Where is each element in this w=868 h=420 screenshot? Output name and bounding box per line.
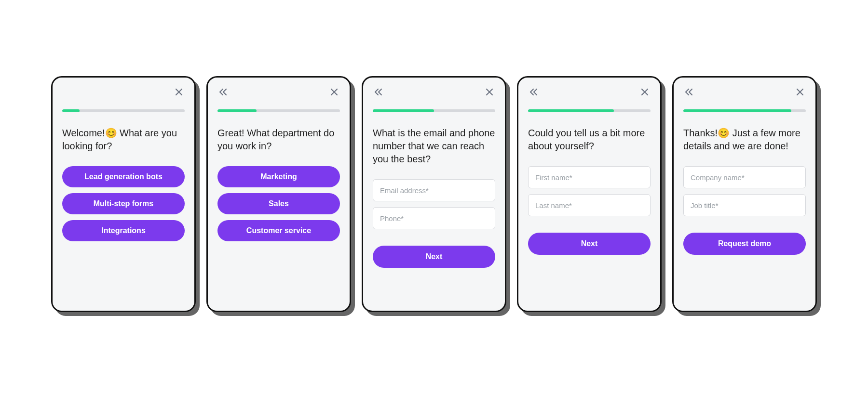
progress-bar [217, 109, 340, 112]
progress-fill [528, 109, 614, 112]
progress-bar [683, 109, 806, 112]
first-name-field[interactable] [528, 166, 651, 188]
back-button[interactable] [528, 86, 540, 98]
back-button[interactable] [683, 86, 695, 98]
close-icon [175, 88, 183, 96]
company-name-field[interactable] [683, 166, 806, 188]
progress-bar [62, 109, 185, 112]
option-multi-step-forms[interactable]: Multi-step forms [62, 193, 185, 214]
progress-fill [683, 109, 791, 112]
progress-bar [373, 109, 495, 112]
form-fields [373, 179, 495, 229]
step-prompt: What is the email and phone number that … [373, 127, 495, 166]
close-icon [486, 88, 493, 96]
topbar-spacer [62, 86, 74, 98]
progress-fill [217, 109, 257, 112]
progress-bar [528, 109, 651, 112]
option-list: Marketing Sales Customer service [217, 166, 340, 241]
chevron-double-left-icon [684, 88, 694, 96]
chevron-double-left-icon [218, 88, 228, 96]
back-button[interactable] [217, 86, 229, 98]
card-topbar [373, 86, 495, 98]
option-sales[interactable]: Sales [217, 193, 340, 214]
wizard-step-5: Thanks!😊 Just a few more details and we … [672, 76, 817, 312]
job-title-field[interactable] [683, 194, 806, 216]
step-prompt: Could you tell us a bit more about yours… [528, 127, 651, 153]
chevron-double-left-icon [529, 88, 539, 96]
form-fields [683, 166, 806, 216]
step-prompt: Thanks!😊 Just a few more details and we … [683, 127, 806, 153]
close-icon [796, 88, 804, 96]
wizard-step-4: Could you tell us a bit more about yours… [517, 76, 662, 312]
progress-fill [62, 109, 80, 112]
option-marketing[interactable]: Marketing [217, 166, 340, 187]
option-customer-service[interactable]: Customer service [217, 220, 340, 241]
close-button[interactable] [484, 86, 495, 98]
phone-field[interactable] [373, 207, 495, 229]
last-name-field[interactable] [528, 194, 651, 216]
close-icon [641, 88, 649, 96]
close-button[interactable] [794, 86, 806, 98]
card-topbar [62, 86, 185, 98]
request-demo-button[interactable]: Request demo [683, 233, 806, 255]
back-button[interactable] [373, 86, 384, 98]
wizard-step-3: What is the email and phone number that … [362, 76, 506, 312]
close-icon [330, 88, 338, 96]
close-button[interactable] [173, 86, 185, 98]
card-topbar [528, 86, 651, 98]
option-list: Lead generation bots Multi-step forms In… [62, 166, 185, 241]
wizard-step-1: Welcome!😊 What are you looking for? Lead… [51, 76, 196, 312]
option-lead-generation-bots[interactable]: Lead generation bots [62, 166, 185, 187]
option-integrations[interactable]: Integrations [62, 220, 185, 241]
wizard-step-2: Great! What department do you work in? M… [206, 76, 351, 312]
progress-fill [373, 109, 434, 112]
step-prompt: Welcome!😊 What are you looking for? [62, 127, 185, 153]
close-button[interactable] [328, 86, 340, 98]
form-fields [528, 166, 651, 216]
next-button[interactable]: Next [373, 246, 495, 268]
close-button[interactable] [639, 86, 651, 98]
next-button[interactable]: Next [528, 233, 651, 255]
chevron-double-left-icon [374, 88, 383, 96]
card-topbar [683, 86, 806, 98]
step-prompt: Great! What department do you work in? [217, 127, 340, 153]
card-topbar [217, 86, 340, 98]
email-field[interactable] [373, 179, 495, 201]
